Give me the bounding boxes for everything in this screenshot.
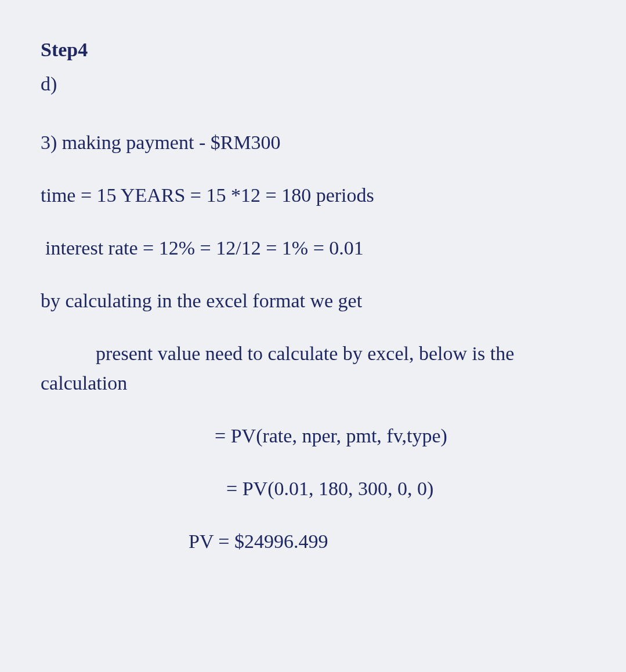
- line-present-value-desc: present value need to calculate by excel…: [41, 339, 585, 398]
- line-excel-intro: by calculating in the excel format we ge…: [41, 286, 585, 315]
- formula-pv-result: PV = $24996.499: [41, 526, 585, 556]
- line-interest-rate: interest rate = 12% = 12/12 = 1% = 0.01: [41, 233, 585, 263]
- formula-text-2: = PV(0.01, 180, 300, 0, 0): [226, 478, 433, 499]
- present-value-text: present value need to calculate by excel…: [41, 343, 514, 394]
- formula-pv-signature: = PV(rate, nper, pmt, fv,type): [41, 421, 585, 451]
- line-time: time = 15 YEARS = 15 *12 = 180 periods: [41, 180, 585, 210]
- step-sub-label: d): [41, 69, 585, 99]
- formula-pv-values: = PV(0.01, 180, 300, 0, 0): [41, 474, 585, 503]
- step-heading: Step4: [41, 35, 585, 64]
- line-payment: 3) making payment - $RM300: [41, 128, 585, 157]
- formula-text-3: PV = $24996.499: [189, 531, 328, 552]
- formula-text-1: = PV(rate, nper, pmt, fv,type): [215, 425, 447, 446]
